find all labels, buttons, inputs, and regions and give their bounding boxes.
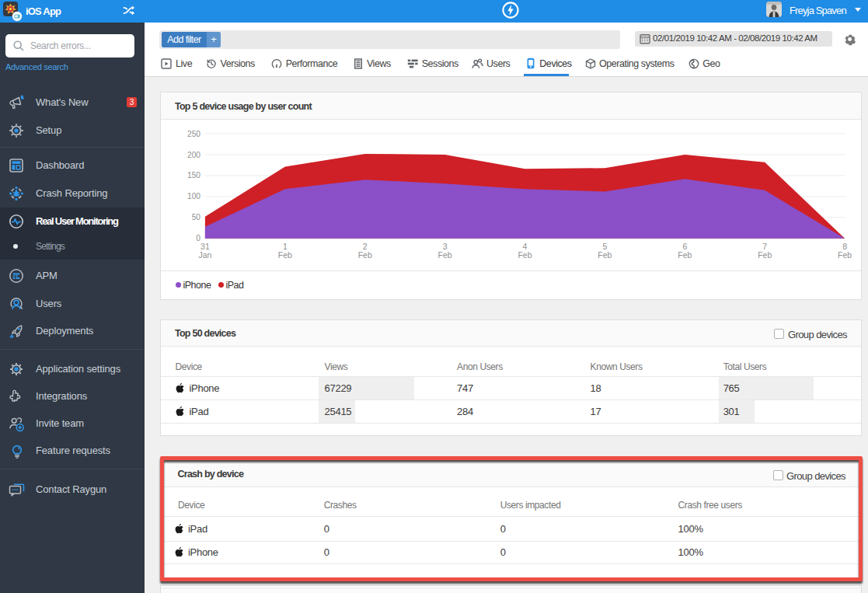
svg-text:Feb: Feb [438, 250, 452, 260]
svg-text:2: 2 [363, 242, 368, 251]
svg-text:50: 50 [192, 213, 201, 222]
svg-text:Feb: Feb [518, 250, 532, 260]
svg-text:Feb: Feb [758, 250, 772, 260]
svg-text:3: 3 [443, 242, 448, 251]
svg-text:Feb: Feb [358, 250, 372, 260]
svg-text:Feb: Feb [838, 250, 852, 260]
svg-text:100: 100 [187, 192, 200, 201]
svg-text:4: 4 [523, 242, 528, 251]
svg-text:Feb: Feb [278, 250, 292, 260]
svg-text:Feb: Feb [598, 250, 612, 260]
svg-text:7: 7 [762, 242, 767, 251]
svg-text:150: 150 [187, 171, 200, 180]
svg-text:Jan: Jan [198, 250, 211, 260]
svg-text:31: 31 [200, 242, 210, 251]
svg-text:250: 250 [187, 130, 200, 138]
svg-text:6: 6 [682, 242, 687, 251]
svg-text:200: 200 [187, 151, 200, 159]
svg-text:1: 1 [283, 242, 288, 251]
svg-text:Feb: Feb [678, 250, 692, 260]
svg-text:5: 5 [602, 242, 607, 251]
svg-text:8: 8 [842, 242, 847, 251]
